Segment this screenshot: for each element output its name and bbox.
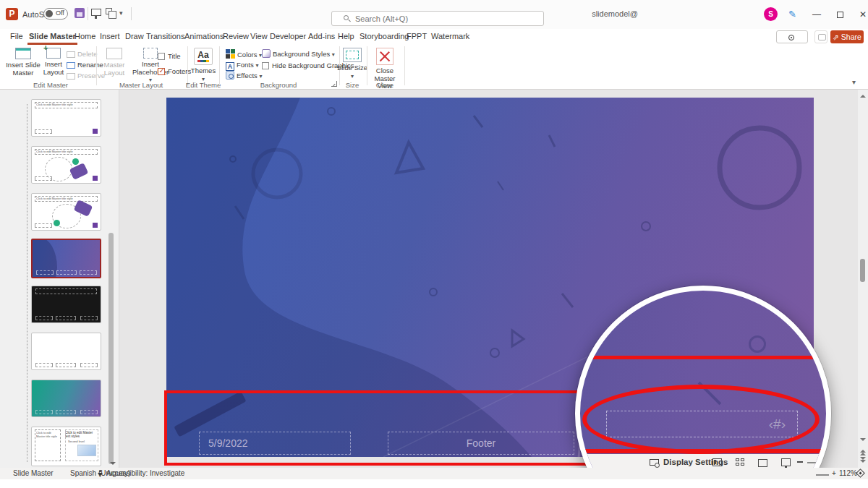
tab-insert[interactable]: Insert [98, 29, 122, 45]
fit-slide-to-window-icon[interactable] [856, 468, 865, 478]
status-bar: Slide Master Spanish (Uruguay) Accessibi… [0, 468, 868, 479]
checkbox-icon [262, 62, 269, 69]
status-view-name[interactable]: Slide Master [13, 469, 54, 477]
insert-layout-icon: + [46, 48, 61, 59]
annotation-red-line [575, 356, 831, 359]
slide-sorter-view-icon[interactable] [736, 458, 745, 466]
slide-thumbnail-layout-7[interactable]: Click to edit Master title style Click t… [31, 427, 101, 466]
status-accessibility[interactable]: Accessibility: Investigate [106, 469, 184, 477]
sidebar-scrollbar-thumb[interactable] [109, 233, 114, 464]
record-button[interactable]: Record [776, 30, 808, 43]
title-checkbox[interactable]: Title [158, 52, 181, 60]
slide-thumbnail-layout-1[interactable]: Click to edit Master title style [31, 146, 101, 184]
tab-review[interactable]: Review [221, 29, 250, 45]
tab-file[interactable]: File [9, 29, 25, 45]
share-button[interactable]: ⇗ Share [830, 30, 864, 43]
slide-thumbnail-layout-5[interactable] [31, 333, 101, 370]
slideshow-view-icon[interactable] [781, 458, 791, 466]
footers-checkbox[interactable]: Footers [158, 67, 191, 75]
colors-button[interactable]: Colors ▾ [226, 49, 262, 59]
zoom-slider[interactable] [816, 474, 829, 476]
canvas-scrollbar[interactable] [858, 90, 868, 468]
tab-add-ins[interactable]: Add-ins [307, 29, 336, 45]
tab-watermark[interactable]: Watermark [430, 29, 471, 45]
themes-button[interactable]: Aa Themes ▾ [189, 47, 218, 80]
close-master-view-button[interactable]: Close Master View [366, 47, 404, 80]
accessibility-icon [97, 470, 103, 476]
next-slide-button[interactable] [859, 457, 867, 464]
slide-thumbnail-layout-3-selected[interactable] [31, 239, 101, 278]
thumbnail-pane: Click to edit Master title style Click t… [0, 90, 119, 468]
insert-slide-master-button[interactable]: Insert Slide Master [6, 47, 41, 80]
reading-view-icon[interactable] [758, 458, 767, 466]
annotation-red-ellipse [582, 385, 820, 454]
display-settings-icon [650, 459, 659, 466]
tab-animations[interactable]: Animations [183, 29, 225, 45]
fonts-icon: A [226, 62, 234, 71]
slide-thumbnail-layout-4[interactable] [31, 286, 101, 323]
close-master-view-icon [376, 48, 393, 65]
avatar[interactable]: S [764, 7, 778, 21]
restore-icon [837, 12, 843, 18]
zoom-in-button[interactable]: + [832, 469, 836, 477]
slide-size-button[interactable]: Slide Size ▾ [336, 47, 369, 80]
slide-thumbnail-layout-6[interactable] [31, 380, 101, 417]
collapse-ribbon-icon[interactable]: ▾ [852, 78, 856, 86]
insert-layout-button[interactable]: + Insert Layout [39, 47, 68, 80]
scroll-down-icon[interactable] [860, 438, 866, 444]
insert-slide-master-icon [15, 48, 31, 59]
decor-ring [749, 335, 766, 353]
group-label-background: Background [242, 81, 315, 89]
divider [219, 46, 220, 85]
tab-transitions[interactable]: Transitions [145, 29, 186, 45]
effects-button[interactable]: Effects ▾ [226, 71, 263, 81]
fonts-button[interactable]: AFonts ▾ [226, 60, 258, 70]
annotation-red-line [575, 449, 831, 453]
minimize-button[interactable]: — [804, 0, 829, 29]
sidebar-scroll-down-icon[interactable] [110, 462, 116, 468]
group-label-edit-master: Edit Master [14, 81, 87, 89]
group-label-close: Close [365, 81, 404, 89]
checkbox-checked-icon [158, 68, 165, 75]
divider [96, 46, 97, 85]
close-button[interactable]: ✕ [851, 0, 868, 29]
tab-storyboarding[interactable]: Storyboarding [358, 29, 411, 45]
restore-button[interactable] [827, 0, 852, 29]
tab-developer[interactable]: Developer [268, 29, 307, 45]
record-icon [788, 35, 794, 40]
tab-fppt[interactable]: FPPT [405, 29, 428, 45]
tab-help[interactable]: Help [336, 29, 356, 45]
colors-icon [226, 49, 235, 59]
slide-thumbnail-master[interactable]: Click to edit Master title style [31, 99, 101, 137]
group-label-edit-theme: Edit Theme [185, 81, 221, 89]
delete-button: Delete [67, 49, 97, 59]
canvas-scrollbar-thumb[interactable] [860, 259, 865, 282]
tab-draw[interactable]: Draw [124, 29, 145, 45]
previous-slide-button[interactable] [859, 447, 867, 454]
zoom-level[interactable]: 112% [839, 469, 857, 477]
ribbon-tab-row: File Slide Master Home Insert Draw Trans… [0, 29, 868, 45]
master-layout-button: Master Layout [98, 47, 130, 80]
powerpoint-window: P AutoSave Off ▾ Search (Alt+Q) slidemod… [0, 0, 868, 488]
insert-placeholder-icon [143, 48, 158, 59]
document-title: slidemodel@ [0, 9, 868, 18]
zoom-out-icon[interactable] [797, 461, 803, 463]
ink-pen-icon[interactable]: ✎ [788, 9, 796, 20]
tab-slide-master[interactable]: Slide Master [27, 29, 77, 45]
background-styles-icon [262, 49, 271, 58]
tab-home[interactable]: Home [73, 29, 97, 45]
background-styles-button[interactable]: Background Styles ▾ [262, 49, 335, 59]
scroll-up-icon[interactable] [860, 92, 866, 98]
master-layout-icon [106, 48, 122, 59]
zoom-slider[interactable] [807, 462, 825, 463]
decor-green-dot [72, 158, 79, 165]
rename-icon [67, 62, 75, 69]
normal-view-icon[interactable] [712, 458, 722, 466]
workspace: Click to edit Master title style Click t… [0, 90, 868, 468]
preserve-icon [67, 73, 75, 80]
comments-button[interactable] [814, 30, 827, 43]
slide-thumbnail-layout-2[interactable]: Click to edit Master title style [31, 193, 101, 231]
decor-purple-blob [69, 163, 89, 180]
layout-tree-line [27, 104, 27, 462]
tab-view[interactable]: View [249, 29, 269, 45]
